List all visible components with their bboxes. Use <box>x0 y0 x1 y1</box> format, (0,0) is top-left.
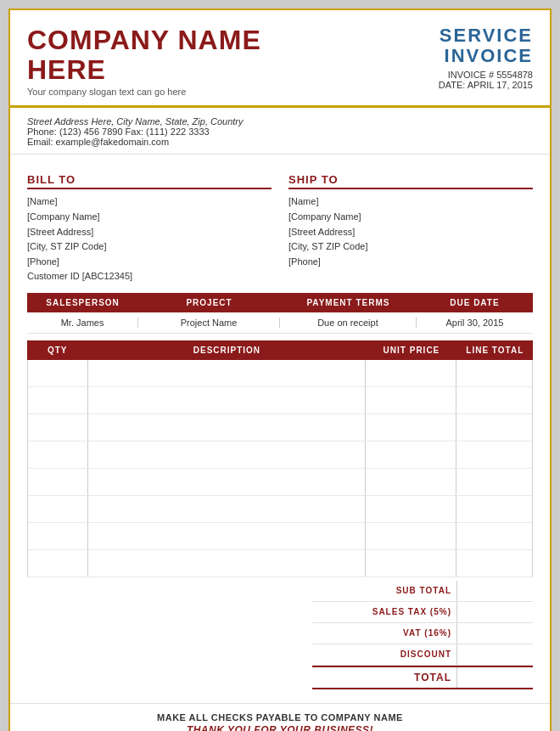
info-table-row: Mr. James Project Name Due on receipt Ap… <box>27 312 533 334</box>
table-row <box>28 496 532 523</box>
ship-city: [City, ST ZIP Code] <box>288 239 533 255</box>
company-name: COMPANY NAME HERE <box>27 25 345 85</box>
line-total-header: LINE TOTAL <box>457 346 533 355</box>
vat-label: VAT (16%) <box>312 624 456 642</box>
bill-street: [Street Address] <box>27 225 272 240</box>
qty-header: QTY <box>27 346 88 355</box>
item-qty <box>28 550 88 576</box>
sales-tax-label: SALES TAX (5%) <box>312 603 456 621</box>
service-invoice-title: SERVICE INVOICE <box>345 25 533 66</box>
discount-row: DISCOUNT <box>312 644 533 666</box>
item-unit <box>366 360 456 386</box>
total-row: TOTAL <box>312 666 533 689</box>
item-unit <box>366 496 456 522</box>
sub-total-label: SUB TOTAL <box>312 582 456 599</box>
ship-phone: [Phone] <box>288 255 533 270</box>
item-unit <box>366 550 456 576</box>
item-qty <box>28 523 88 549</box>
total-label: TOTAL <box>312 667 456 688</box>
vat-value <box>456 623 533 644</box>
item-desc <box>88 550 366 576</box>
thank-you-message: THANK YOU FOR YOUR BUSINESS! <box>27 724 533 731</box>
item-desc <box>88 469 366 495</box>
sub-total-value <box>456 581 533 601</box>
item-qty <box>28 469 88 495</box>
item-desc <box>88 387 366 413</box>
checks-payable: MAKE ALL CHECKS PAYABLE TO COMPANY NAME <box>27 712 533 723</box>
table-row <box>28 550 532 577</box>
phone-fax: Phone: (123) 456 7890 Fax: (111) 222 333… <box>27 127 533 137</box>
vat-row: VAT (16%) <box>312 623 533 644</box>
table-row <box>28 414 532 441</box>
company-slogan: Your company slogan text can go here <box>27 87 345 97</box>
item-line <box>456 387 532 413</box>
salesperson-header: SALESPERSON <box>27 298 138 307</box>
due-date-value: April 30, 2015 <box>417 318 533 328</box>
company-info: COMPANY NAME HERE Your company slogan te… <box>27 25 345 97</box>
item-desc <box>88 360 366 386</box>
item-unit <box>366 414 456 441</box>
item-unit <box>366 387 456 413</box>
table-row <box>28 469 532 496</box>
item-line <box>456 496 532 522</box>
item-line <box>456 360 532 386</box>
ship-street: [Street Address] <box>288 225 533 240</box>
table-row <box>28 441 532 469</box>
discount-value <box>456 644 533 665</box>
table-row <box>28 523 532 550</box>
bill-to-label: BILL TO <box>27 173 272 189</box>
total-value <box>456 667 533 688</box>
invoice-header: COMPANY NAME HERE Your company slogan te… <box>10 10 550 108</box>
ship-name: [Name] <box>288 194 533 210</box>
due-date-header: DUE DATE <box>417 298 533 307</box>
item-unit <box>366 469 456 495</box>
bill-phone: [Phone] <box>27 255 272 270</box>
sales-tax-row: SALES TAX (5%) <box>312 602 533 623</box>
items-table-header: QTY DESCRIPTION UNIT PRICE LINE TOTAL <box>27 340 533 360</box>
item-desc <box>88 441 366 468</box>
item-qty <box>28 414 88 441</box>
salesperson-value: Mr. James <box>27 318 138 328</box>
table-row <box>28 360 532 387</box>
sales-tax-value <box>456 602 533 622</box>
address-section: Street Address Here, City Name, State, Z… <box>10 108 550 155</box>
description-header: DESCRIPTION <box>88 346 367 355</box>
item-line <box>456 550 532 576</box>
item-line <box>456 523 532 549</box>
items-table-body <box>27 360 533 577</box>
email-address: Email: example@fakedomain.com <box>27 137 533 147</box>
item-line <box>456 469 532 495</box>
item-desc <box>88 496 366 522</box>
ship-to-column: SHIP TO [Name] [Company Name] [Street Ad… <box>288 173 533 284</box>
payment-terms-value: Due on receipt <box>280 318 417 328</box>
totals-section: SUB TOTAL SALES TAX (5%) VAT (16%) DISCO… <box>27 581 533 689</box>
invoice-date: DATE: APRIL 17, 2015 <box>345 80 533 90</box>
bill-company: [Company Name] <box>27 210 272 225</box>
item-line <box>456 441 532 468</box>
invoice-document: COMPANY NAME HERE Your company slogan te… <box>8 8 552 731</box>
project-header: PROJECT <box>138 298 280 307</box>
project-value: Project Name <box>138 318 280 328</box>
ship-to-label: SHIP TO <box>288 173 533 189</box>
bill-customer-id: Customer ID [ABC12345] <box>27 269 272 284</box>
item-qty <box>28 360 88 386</box>
bill-city: [City, ST ZIP Code] <box>27 239 272 255</box>
item-unit <box>366 441 456 468</box>
bill-name: [Name] <box>27 194 272 210</box>
info-table-header: SALESPERSON PROJECT PAYMENT TERMS DUE DA… <box>27 293 533 312</box>
street-address: Street Address Here, City Name, State, Z… <box>27 116 533 127</box>
discount-label: DISCOUNT <box>312 645 456 663</box>
bill-ship-section: BILL TO [Name] [Company Name] [Street Ad… <box>10 161 550 293</box>
invoice-footer: MAKE ALL CHECKS PAYABLE TO COMPANY NAME … <box>10 703 550 731</box>
bill-to-column: BILL TO [Name] [Company Name] [Street Ad… <box>27 173 272 284</box>
sub-total-row: SUB TOTAL <box>312 581 533 602</box>
invoice-info: SERVICE INVOICE INVOICE # 5554878 DATE: … <box>345 25 533 90</box>
item-unit <box>366 523 456 549</box>
invoice-number: INVOICE # 5554878 <box>345 70 533 80</box>
table-row <box>28 387 532 414</box>
item-desc <box>88 523 366 549</box>
payment-terms-header: PAYMENT TERMS <box>280 298 417 307</box>
item-line <box>456 414 532 441</box>
item-qty <box>28 387 88 413</box>
item-qty <box>28 441 88 468</box>
